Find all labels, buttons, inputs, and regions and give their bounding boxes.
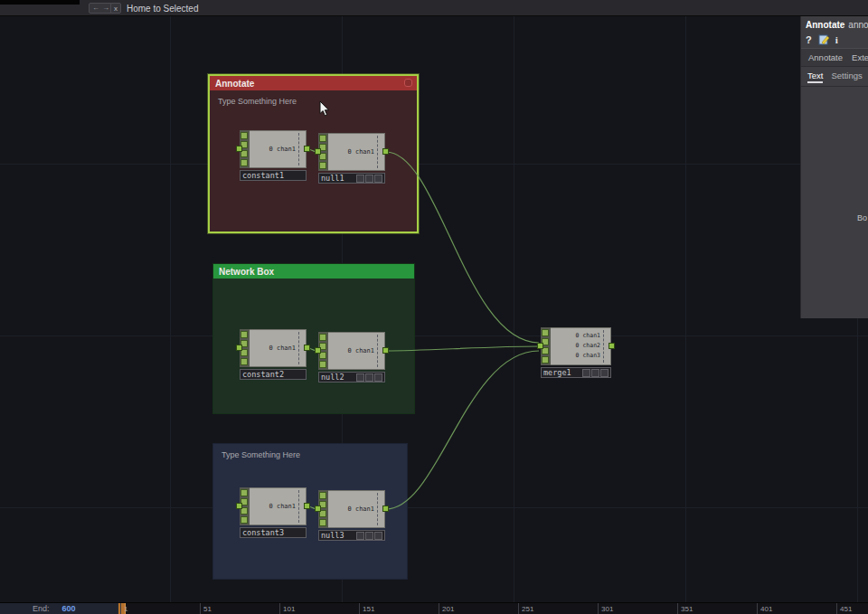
- pin-icon[interactable]: [404, 79, 412, 87]
- output-connector[interactable]: [304, 503, 310, 509]
- annotate-box-header[interactable]: Annotate: [210, 76, 417, 90]
- network-box-title: Network Box: [219, 267, 274, 277]
- frame-ruler[interactable]: 1 51 101 151 201 251 301 351 401 451: [118, 603, 868, 614]
- network-editor: Annotate Type Something Here Network Box…: [0, 0, 868, 614]
- node-badge-icon[interactable]: [365, 373, 373, 382]
- panel-title-row: Annotateannot: [801, 16, 868, 30]
- edit-note-icon[interactable]: [818, 34, 829, 45]
- close-button[interactable]: x: [110, 3, 121, 14]
- node-name: merge1: [543, 368, 571, 377]
- node-divider: [298, 332, 299, 364]
- nav-back-icon[interactable]: ←: [92, 5, 99, 12]
- node-null2[interactable]: 0 chan1 null2: [318, 332, 385, 370]
- node-badge-icon[interactable]: [365, 175, 373, 183]
- node-badge-icon[interactable]: [600, 369, 609, 377]
- nav-forward-icon[interactable]: →: [102, 5, 109, 12]
- history-nav[interactable]: ← →: [89, 3, 113, 14]
- gridline: [685, 0, 686, 614]
- frame-tick: 101: [279, 603, 295, 614]
- node-constant2[interactable]: 0 chan1 constant2: [240, 329, 307, 367]
- input-connector[interactable]: [315, 505, 321, 512]
- node-badges[interactable]: [356, 175, 382, 183]
- output-connector[interactable]: [304, 345, 310, 351]
- node-divider: [298, 490, 299, 523]
- node-null3[interactable]: 0 chan1 null3: [318, 490, 385, 528]
- node-wires: [0, 0, 868, 614]
- input-connector[interactable]: [315, 148, 321, 155]
- node-badges[interactable]: [582, 369, 609, 377]
- input-connector[interactable]: [315, 347, 321, 354]
- end-label: End:: [33, 604, 50, 613]
- panel-node-type: Annotate: [806, 20, 844, 30]
- input-connector[interactable]: [236, 345, 242, 351]
- timeline-end-group: End: 600: [0, 603, 118, 614]
- channel-labels: 0 chan1 0 chan2 0 chan3: [576, 331, 600, 361]
- output-connector[interactable]: [382, 148, 389, 155]
- gridline: [0, 335, 868, 336]
- node-badge-icon[interactable]: [374, 532, 382, 540]
- frame-tick: 251: [518, 603, 533, 614]
- panel-subtabs: Text Settings: [801, 67, 868, 87]
- input-connector[interactable]: [236, 146, 242, 152]
- node-nameplate[interactable]: null2: [318, 372, 385, 383]
- node-nameplate[interactable]: null1: [318, 173, 385, 184]
- output-connector[interactable]: [382, 347, 389, 354]
- frame-tick: 451: [836, 603, 852, 614]
- node-badges[interactable]: [356, 373, 382, 382]
- subtab-settings[interactable]: Settings: [831, 71, 862, 83]
- help-icon[interactable]: ?: [806, 35, 812, 45]
- timeline-bar: End: 600 1 51 101 151 201 251 301 351 40…: [0, 602, 868, 614]
- output-connector[interactable]: [609, 343, 615, 349]
- info-icon[interactable]: i: [835, 35, 838, 45]
- node-body: 0 chan1: [250, 487, 307, 525]
- frame-tick: 1: [120, 603, 127, 614]
- channel-label: 0 chan1: [576, 331, 600, 341]
- channel-label: 0 chan1: [269, 345, 296, 352]
- node-constant1[interactable]: 0 chan1 constant1: [240, 130, 307, 168]
- tab-external[interactable]: Exter: [852, 52, 868, 62]
- output-connector[interactable]: [304, 146, 310, 152]
- frame-tick: 51: [200, 603, 212, 614]
- mouse-cursor-icon: [319, 101, 331, 118]
- node-nameplate[interactable]: constant3: [240, 527, 307, 538]
- channel-label: 0 chan1: [269, 146, 296, 153]
- gridline: [170, 0, 171, 614]
- node-badge-icon[interactable]: [374, 175, 382, 183]
- channel-label: 0 chan3: [576, 351, 600, 361]
- node-badge-icon[interactable]: [365, 532, 373, 540]
- node-name: constant3: [242, 528, 284, 537]
- input-connector[interactable]: [236, 503, 242, 509]
- node-body: 0 chan1: [250, 329, 307, 367]
- node-nameplate[interactable]: merge1: [541, 367, 611, 378]
- node-nameplate[interactable]: null3: [318, 530, 385, 541]
- node-badge-icon[interactable]: [356, 175, 364, 183]
- subtab-text[interactable]: Text: [807, 71, 823, 83]
- node-badges[interactable]: [356, 532, 382, 540]
- annotate-box-title: Annotate: [215, 79, 254, 89]
- node-badge-icon[interactable]: [582, 369, 590, 377]
- node-badge-icon[interactable]: [356, 373, 364, 382]
- node-merge1[interactable]: 0 chan1 0 chan2 0 chan3 merge1: [541, 327, 611, 365]
- node-divider: [377, 335, 378, 367]
- input-connector[interactable]: [537, 343, 543, 349]
- node-body: 0 chan1 0 chan2 0 chan3: [551, 327, 611, 365]
- node-body: 0 chan1: [250, 130, 307, 168]
- node-body: 0 chan1: [328, 133, 385, 171]
- clipped-parameter-label: Bo: [857, 213, 867, 222]
- node-badge-icon[interactable]: [591, 369, 599, 377]
- node-divider: [377, 136, 378, 168]
- annotate-note-text: Type Something Here: [210, 90, 417, 106]
- blue-note-text: Type Something Here: [213, 444, 407, 459]
- end-value[interactable]: 600: [62, 604, 76, 613]
- tab-annotate[interactable]: Annotate: [808, 52, 843, 62]
- node-badge-icon[interactable]: [374, 373, 382, 382]
- node-null1[interactable]: 0 chan1 null1: [318, 133, 385, 171]
- frame-tick: 151: [359, 603, 374, 614]
- network-box-header[interactable]: Network Box: [213, 264, 414, 279]
- toolbar-title: Home to Selected: [127, 4, 199, 14]
- node-nameplate[interactable]: constant2: [240, 369, 307, 380]
- output-connector[interactable]: [382, 505, 389, 512]
- node-badge-icon[interactable]: [356, 532, 364, 540]
- node-nameplate[interactable]: constant1: [240, 170, 307, 181]
- node-constant3[interactable]: 0 chan1 constant3: [240, 487, 307, 525]
